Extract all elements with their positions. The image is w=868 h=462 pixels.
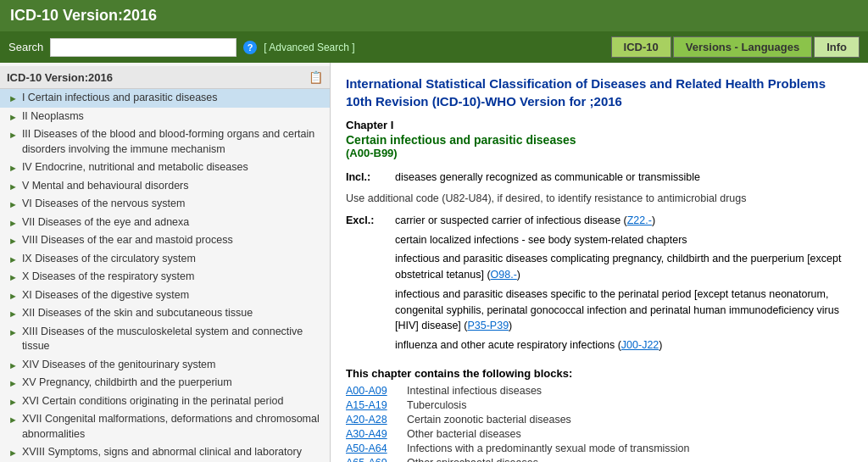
excl-text-after: ) xyxy=(517,269,520,281)
sidebar-item-label: XVII Congenital malformations, deformati… xyxy=(22,412,325,442)
sidebar-item-label: X Diseases of the respiratory system xyxy=(22,270,325,285)
arrow-icon: ► xyxy=(8,162,18,175)
arrow-icon: ► xyxy=(8,290,18,303)
sidebar-item-xv[interactable]: ►XV Pregnancy, childbirth and the puerpe… xyxy=(0,374,330,392)
sidebar-item-label: VII Diseases of the eye and adnexa xyxy=(22,215,325,231)
arrow-icon: ► xyxy=(8,92,18,105)
excl-link[interactable]: P35-P39 xyxy=(467,320,509,331)
incl-block: Incl.: diseases generally recognized as … xyxy=(346,170,853,186)
chapter-label: Chapter I xyxy=(346,119,853,131)
sidebar-item-x[interactable]: ►X Diseases of the respiratory system xyxy=(0,268,330,287)
sidebar: ICD-10 Version:2016 📋 ►I Certain infecti… xyxy=(0,63,331,462)
sidebar-item-label: VIII Diseases of the ear and mastoid pro… xyxy=(22,233,325,248)
excl-item: infectious and parasitic diseases specif… xyxy=(395,287,853,334)
arrow-icon: ► xyxy=(8,308,18,320)
sidebar-item-xii[interactable]: ►XII Diseases of the skin and subcutaneo… xyxy=(0,304,330,323)
blocks-header: This chapter contains the following bloc… xyxy=(346,367,853,380)
search-input[interactable] xyxy=(50,38,236,57)
excl-item: carrier or suspected carrier of infectio… xyxy=(395,213,853,229)
arrow-icon: ► xyxy=(8,253,18,266)
sidebar-item-vi[interactable]: ►VI Diseases of the nervous system xyxy=(0,195,330,214)
app-header: ICD-10 Version:2016 xyxy=(0,0,868,31)
incl-label: Incl.: xyxy=(346,170,395,186)
sidebar-item-label: II Neoplasms xyxy=(22,109,325,125)
block-code[interactable]: A30-A49 xyxy=(346,428,407,440)
advanced-search-link[interactable]: [ Advanced Search ] xyxy=(264,42,354,53)
block-desc: Other spirochaetal diseases xyxy=(407,457,538,462)
sidebar-item-v[interactable]: ►V Mental and behavioural disorders xyxy=(0,177,330,196)
excl-block: Excl.: carrier or suspected carrier of i… xyxy=(346,213,853,357)
block-desc: Intestinal infectious diseases xyxy=(407,385,542,397)
arrow-icon: ► xyxy=(8,111,18,124)
tab-info[interactable]: Info xyxy=(814,36,860,58)
main-layout: ICD-10 Version:2016 📋 ►I Certain infecti… xyxy=(0,63,868,462)
arrow-icon: ► xyxy=(8,129,18,142)
arrow-icon: ► xyxy=(8,326,18,339)
excl-item: influenza and other acute respiratory in… xyxy=(395,337,853,353)
sidebar-item-xvi[interactable]: ►XVI Certain conditions originating in t… xyxy=(0,392,330,411)
sidebar-item-iv[interactable]: ►IV Endocrine, nutritional and metabolic… xyxy=(0,159,330,177)
tab-icd10[interactable]: ICD-10 xyxy=(611,36,671,58)
block-desc: Other bacterial diseases xyxy=(407,428,521,440)
sidebar-item-viii[interactable]: ►VIII Diseases of the ear and mastoid pr… xyxy=(0,231,330,250)
sidebar-item-xi[interactable]: ►XI Diseases of the digestive system xyxy=(0,287,330,305)
excl-link[interactable]: Z22.- xyxy=(627,214,652,226)
sidebar-item-label: XVI Certain conditions originating in th… xyxy=(22,394,325,409)
block-code[interactable]: A50-A64 xyxy=(346,443,407,454)
excl-item: certain localized infections - see body … xyxy=(395,232,853,248)
arrow-icon: ► xyxy=(8,217,18,230)
sidebar-item-label: III Diseases of the blood and blood-form… xyxy=(22,127,325,157)
block-code[interactable]: A20-A28 xyxy=(346,414,407,426)
arrow-icon: ► xyxy=(8,198,18,211)
sidebar-item-ix[interactable]: ►IX Diseases of the circulatory system xyxy=(0,250,330,269)
block-row: A00-A09Intestinal infectious diseases xyxy=(346,385,853,397)
block-desc: Infections with a predominantly sexual m… xyxy=(407,443,690,454)
arrow-icon: ► xyxy=(8,359,18,372)
arrow-icon: ► xyxy=(8,235,18,248)
excl-link[interactable]: J00-J22 xyxy=(621,339,659,351)
block-code[interactable]: A15-A19 xyxy=(346,399,407,411)
sidebar-item-xiii[interactable]: ►XIII Diseases of the musculoskeletal sy… xyxy=(0,323,330,356)
block-desc: Certain zoonotic bacterial diseases xyxy=(407,414,571,426)
block-row: A50-A64Infections with a predominantly s… xyxy=(346,443,853,454)
searchbar: Search ? [ Advanced Search ] ICD-10 Vers… xyxy=(0,31,868,63)
excl-content: carrier or suspected carrier of infectio… xyxy=(395,213,853,357)
sidebar-item-label: IX Diseases of the circulatory system xyxy=(22,252,325,267)
content-area: International Statistical Classification… xyxy=(331,63,868,462)
excl-label: Excl.: xyxy=(346,213,395,357)
chapter-code: (A00-B99) xyxy=(346,147,853,159)
sidebar-item-iii[interactable]: ►III Diseases of the blood and blood-for… xyxy=(0,125,330,159)
sidebar-item-label: I Certain infectious and parasitic disea… xyxy=(22,91,325,106)
block-code[interactable]: A00-A09 xyxy=(346,385,407,397)
help-icon[interactable]: ? xyxy=(243,41,257,54)
excl-text-after: ) xyxy=(659,339,662,351)
block-row: A30-A49Other bacterial diseases xyxy=(346,428,853,440)
sidebar-item-vii[interactable]: ►VII Diseases of the eye and adnexa xyxy=(0,214,330,232)
block-row: A65-A69Other spirochaetal diseases xyxy=(346,457,853,462)
arrow-icon: ► xyxy=(8,447,18,459)
sidebar-item-xiv[interactable]: ►XIV Diseases of the genitourinary syste… xyxy=(0,356,330,375)
excl-item: infectious and parasitic diseases compli… xyxy=(395,251,853,283)
tabs: ICD-10 Versions - Languages Info xyxy=(611,36,860,58)
block-row: A15-A19Tuberculosis xyxy=(346,399,853,411)
sidebar-item-label: XI Diseases of the digestive system xyxy=(22,288,325,303)
arrow-icon: ► xyxy=(8,377,18,390)
excl-text: certain localized infections - see body … xyxy=(395,234,687,246)
sidebar-item-label: XVIII Symptoms, signs and abnormal clini… xyxy=(22,445,325,462)
sidebar-item-label: XII Diseases of the skin and subcutaneou… xyxy=(22,306,325,321)
sidebar-item-label: V Mental and behavioural disorders xyxy=(22,179,325,194)
content-title: International Statistical Classification… xyxy=(346,75,853,110)
excl-text-after: ) xyxy=(509,320,512,331)
search-label: Search xyxy=(8,41,43,53)
excl-text: influenza and other acute respiratory in… xyxy=(395,339,621,351)
sidebar-item-xvii[interactable]: ►XVII Congenital malformations, deformat… xyxy=(0,410,330,443)
sidebar-item-ii[interactable]: ►II Neoplasms xyxy=(0,108,330,126)
block-code[interactable]: A65-A69 xyxy=(346,457,407,462)
chapter-name: Certain infectious and parasitic disease… xyxy=(346,133,853,147)
sidebar-item-label: VI Diseases of the nervous system xyxy=(22,197,325,212)
excl-link[interactable]: O98.- xyxy=(491,269,517,281)
sidebar-item-xviii[interactable]: ►XVIII Symptoms, signs and abnormal clin… xyxy=(0,443,330,462)
sidebar-item-i[interactable]: ►I Certain infectious and parasitic dise… xyxy=(0,89,330,108)
tab-versions[interactable]: Versions - Languages xyxy=(673,36,812,58)
copy-icon[interactable]: 📋 xyxy=(309,70,323,84)
